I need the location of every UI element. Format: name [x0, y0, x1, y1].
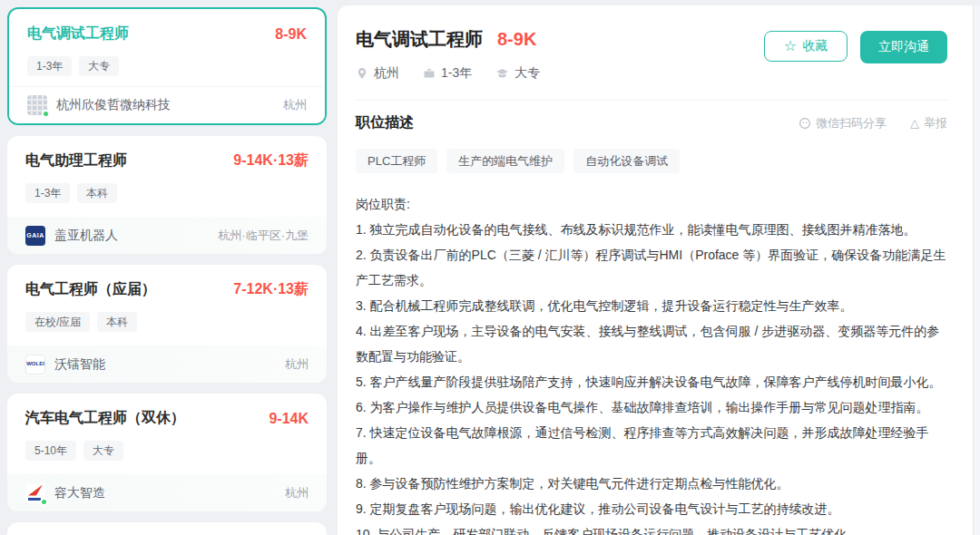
scrollbar[interactable]	[973, 5, 980, 535]
meta-education-label: 大专	[514, 65, 540, 82]
header-actions: ☆ 收藏 立即沟通	[764, 31, 947, 63]
detail-body: 职位描述 微信扫码分享 △ 举报 PLC工程师生产的端电气维护自动化设备调试 岗…	[338, 101, 980, 535]
meta-city: 杭州	[356, 65, 399, 82]
description-line: 9. 定期复盘客户现场问题，输出优化建议，推动公司设备电气设计与工艺的持续改进。	[356, 496, 947, 521]
job-title: 电气助理工程师	[25, 151, 127, 170]
meta-experience-label: 1-3年	[441, 65, 472, 82]
job-location: 杭州	[283, 97, 307, 113]
job-list: 电气调试工程师 8-9K 1-3年大专 杭州欣俊哲微纳科技 杭州 电气助理工程师…	[7, 7, 327, 535]
job-card-head: 电气调试工程师 8-9K 1-3年大专	[9, 9, 325, 76]
keyword-tags: PLC工程师生产的端电气维护自动化设备调试	[356, 149, 947, 173]
job-description-heading: 职位描述	[356, 113, 414, 132]
detail-meta-row: 杭州 1-3年 大专	[356, 65, 947, 82]
description-line: 8. 参与设备预防性维护方案制定，对关键电气元件进行定期点检与性能优化。	[356, 471, 947, 496]
briefcase-icon	[423, 67, 436, 80]
detail-header: 电气调试工程师 8-9K 杭州 1-3年 大专 ☆ 收藏 立即沟通	[338, 5, 980, 101]
job-title: 汽车电气工程师（双休）	[25, 409, 185, 428]
job-tag: 大专	[79, 56, 119, 76]
job-card-footer: 容大智造 杭州	[7, 474, 327, 511]
keyword-tag: PLC工程师	[356, 149, 437, 173]
description-line: 1. 独立完成自动化设备的电气接线、布线及标识规范作业，能读懂电气原理图、接线图…	[356, 217, 947, 242]
job-card-partial[interactable]	[7, 522, 327, 535]
detail-job-salary: 8-9K	[497, 29, 536, 50]
company-name: 容大智造	[54, 485, 285, 501]
job-card-head: 电气助理工程师 9-14K·13薪 1-3年本科	[7, 136, 327, 203]
job-tag: 本科	[97, 312, 137, 332]
description-line: 4. 出差至客户现场，主导设备的电气安装、接线与整线调试，包含伺服 / 步进驱动…	[356, 318, 947, 369]
job-location: 杭州	[285, 485, 309, 501]
description-line: 6. 为客户操作与维护人员提供设备电气操作、基础故障排查培训，输出操作手册与常见…	[356, 394, 947, 420]
job-location: 杭州·临平区·九堡	[218, 228, 309, 244]
report-button[interactable]: △ 举报	[910, 115, 947, 131]
job-title: 电气调试工程师	[27, 24, 129, 44]
location-pin-icon	[356, 67, 368, 80]
favorite-label: 收藏	[802, 38, 828, 54]
chat-now-button[interactable]: 立即沟通	[860, 31, 947, 63]
job-salary: 9-14K·13薪	[233, 151, 309, 170]
job-tags: 5-10年大专	[25, 441, 309, 461]
wechat-share-button[interactable]: 微信扫码分享	[799, 115, 887, 131]
rongda-bar-icon	[28, 498, 41, 501]
keyword-tag: 自动化设备调试	[573, 149, 680, 173]
job-salary: 8-9K	[275, 26, 307, 43]
description-line: 7. 快速定位设备电气故障根源，通过信号检测、程序排查等方式高效解决问题，并形成…	[356, 420, 947, 471]
job-title: 电气工程师（应届）	[25, 280, 156, 299]
section-row: 职位描述 微信扫码分享 △ 举报	[356, 113, 947, 132]
company-logo-gaia: GAIA	[25, 226, 45, 246]
description-line: 2. 负责设备出厂前的PLC（三菱 / 汇川等）程序调试与HMI（Proface…	[356, 242, 947, 293]
keyword-tag: 生产的端电气维护	[446, 149, 564, 173]
meta-city-label: 杭州	[374, 65, 399, 82]
job-card-footer: 杭州欣俊哲微纳科技 杭州	[9, 86, 325, 123]
job-card-head: 电气工程师（应届） 7-12K·13薪 在校/应届本科	[7, 265, 327, 332]
job-detail-panel: 电气调试工程师 8-9K 杭州 1-3年 大专 ☆ 收藏 立即沟通	[338, 5, 980, 535]
company-logo-rongda	[25, 483, 45, 503]
company-name: 盖亚机器人	[54, 228, 218, 244]
report-warning-icon: △	[910, 116, 919, 130]
job-card-footer: WOLEI 沃镭智能 杭州	[7, 345, 327, 383]
job-card[interactable]: 汽车电气工程师（双休） 9-14K 5-10年大专 容大智造 杭州	[7, 394, 327, 511]
job-card-selected[interactable]: 电气调试工程师 8-9K 1-3年大专 杭州欣俊哲微纳科技 杭州	[7, 7, 327, 125]
job-tag: 在校/应届	[25, 312, 90, 332]
section-tools: 微信扫码分享 △ 举报	[799, 115, 947, 131]
company-logo-building-icon	[27, 95, 47, 115]
description-line: 10. 与公司生产、研发部门联动，反馈客户现场设备运行问题，推动设备设计与工艺优…	[356, 521, 947, 535]
graduation-cap-icon	[495, 67, 509, 80]
job-tags: 1-3年本科	[25, 183, 309, 203]
job-tag: 5-10年	[25, 441, 76, 461]
detail-job-title: 电气调试工程师	[356, 27, 483, 52]
job-tag: 大专	[83, 441, 123, 461]
job-salary: 7-12K·13薪	[233, 280, 309, 299]
company-name: 杭州欣俊哲微纳科技	[56, 97, 283, 113]
header-divider	[356, 100, 947, 101]
job-tag: 本科	[77, 183, 117, 203]
report-label: 举报	[924, 115, 947, 131]
description-line: 岗位职责:	[356, 191, 947, 217]
description-line: 3. 配合机械工程师完成整线联调，优化电气控制逻辑，提升设备运行稳定性与生产效率…	[356, 293, 947, 318]
job-tags: 在校/应届本科	[25, 312, 309, 332]
description-line: 5. 客户产线量产阶段提供驻场陪产支持，快速响应并解决设备电气故障，保障客户产线…	[356, 369, 947, 394]
rongda-flag-icon	[28, 485, 43, 496]
company-logo-wolei: WOLEI	[25, 355, 45, 374]
meta-experience: 1-3年	[423, 65, 472, 82]
job-card[interactable]: 电气工程师（应届） 7-12K·13薪 在校/应届本科 WOLEI 沃镭智能 杭…	[7, 265, 327, 383]
job-card[interactable]: 电气助理工程师 9-14K·13薪 1-3年本科 GAIA 盖亚机器人 杭州·临…	[7, 136, 327, 254]
job-salary: 9-14K	[269, 411, 309, 427]
wechat-icon	[799, 117, 811, 130]
wechat-share-label: 微信扫码分享	[816, 115, 887, 131]
job-tag: 1-3年	[25, 183, 70, 203]
job-location: 杭州	[285, 356, 309, 373]
chat-label: 立即沟通	[878, 39, 929, 55]
online-status-dot	[42, 110, 50, 118]
job-tags: 1-3年大专	[27, 56, 307, 76]
company-name: 沃镭智能	[54, 356, 285, 373]
job-tag: 1-3年	[27, 56, 72, 76]
favorite-button[interactable]: ☆ 收藏	[764, 31, 848, 62]
online-status-dot	[40, 498, 48, 506]
star-icon: ☆	[784, 39, 797, 54]
meta-education: 大专	[495, 65, 540, 82]
job-card-footer: GAIA 盖亚机器人 杭州·临平区·九堡	[7, 217, 327, 254]
job-description-text: 岗位职责:1. 独立完成自动化设备的电气接线、布线及标识规范作业，能读懂电气原理…	[356, 191, 947, 535]
job-card-head: 汽车电气工程师（双休） 9-14K 5-10年大专	[7, 394, 327, 461]
